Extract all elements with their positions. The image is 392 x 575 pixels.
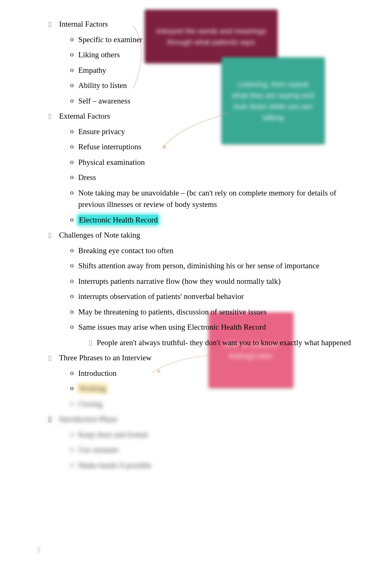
circle-bullet-icon: o	[70, 141, 74, 152]
circle-bullet-icon: o	[70, 368, 74, 378]
circle-bullet-icon: o	[70, 95, 74, 106]
circle-bullet-icon: o	[70, 306, 74, 317]
section-title: Internal Factors	[59, 18, 392, 30]
list-item: oEnsure privacy	[70, 126, 392, 138]
circle-bullet-icon: o	[70, 444, 74, 455]
list-item: ointerrupts observation of patients' non…	[70, 291, 392, 303]
list-item: oShifts attention away from person, dimi…	[70, 260, 392, 272]
circle-bullet-icon: o	[70, 398, 74, 409]
section-title: Challenges of Note taking	[59, 229, 392, 241]
circle-bullet-icon: o	[70, 187, 74, 198]
bullet-icon: ▯	[48, 111, 52, 121]
list-item: oElectronic Health Record	[70, 214, 392, 226]
list-item: oUse surname	[70, 444, 392, 456]
circle-bullet-icon: o	[70, 65, 74, 75]
bullet-icon: ▯	[48, 414, 52, 424]
list-item: oLiking others	[70, 49, 392, 61]
section-external-factors: ▯ External Factors	[48, 110, 392, 122]
list-item: oSelf – awareness	[70, 95, 392, 107]
list-item: oDress	[70, 172, 392, 184]
section-internal-factors: ▯ Internal Factors	[48, 18, 392, 30]
page-number: 2	[37, 546, 40, 555]
circle-bullet-icon: o	[70, 321, 74, 332]
list-item: oBreaking eye contact too often	[70, 245, 392, 257]
circle-bullet-icon: o	[70, 276, 74, 286]
list-item: oEmpathy	[70, 65, 392, 76]
circle-bullet-icon: o	[70, 291, 74, 302]
circle-bullet-icon: o	[70, 429, 74, 440]
bullet-icon: ▯	[48, 230, 52, 240]
section-intro-phase: ▯ Introduction Phase	[48, 414, 392, 425]
highlight-ehr: Electronic Health Record	[78, 215, 158, 225]
list-item: oShake hands if possible	[70, 460, 392, 472]
list-sub-item: ▯People aren't always truthful- they don…	[89, 337, 392, 349]
blurred-text: Working	[78, 384, 107, 393]
circle-bullet-icon: o	[70, 126, 74, 137]
list-item: oSpecific to examiner	[70, 34, 392, 46]
section-challenges: ▯ Challenges of Note taking	[48, 229, 392, 241]
section-title: External Factors	[59, 110, 392, 122]
section-three-phrases: ▯ Three Phrases to an Interview	[48, 352, 392, 364]
circle-bullet-icon: o	[70, 383, 74, 394]
list-item: oAbility to listen	[70, 80, 392, 92]
circle-bullet-icon: o	[70, 172, 74, 183]
list-item: oRefuse interruptions	[70, 141, 392, 153]
circle-bullet-icon: o	[70, 260, 74, 271]
circle-bullet-icon: o	[70, 157, 74, 167]
list-item: oSame issues may arise when using Electr…	[70, 321, 392, 333]
circle-bullet-icon: o	[70, 214, 74, 225]
circle-bullet-icon: o	[70, 34, 74, 45]
bullet-icon: ▯	[48, 19, 52, 29]
circle-bullet-icon: o	[70, 460, 74, 470]
list-item: oNote taking may be unavoidable – (bc ca…	[70, 187, 392, 211]
circle-bullet-icon: o	[70, 80, 74, 91]
list-item: oInterrupts patients narrative flow (how…	[70, 276, 392, 288]
bullet-icon: ▯	[89, 338, 92, 348]
list-item: oClosing	[70, 398, 392, 410]
circle-bullet-icon: o	[70, 49, 74, 60]
section-title: Three Phrases to an Interview	[59, 352, 392, 364]
list-item: oPhysical examination	[70, 157, 392, 169]
circle-bullet-icon: o	[70, 245, 74, 256]
list-item: oKeep short and formal	[70, 429, 392, 441]
section-title: Introduction Phase	[59, 414, 392, 425]
list-item: oMay be threatening to patients, discuss…	[70, 306, 392, 318]
list-item: oWorking	[70, 383, 392, 395]
bullet-icon: ▯	[48, 353, 52, 363]
list-item: oIntroduction	[70, 368, 392, 380]
